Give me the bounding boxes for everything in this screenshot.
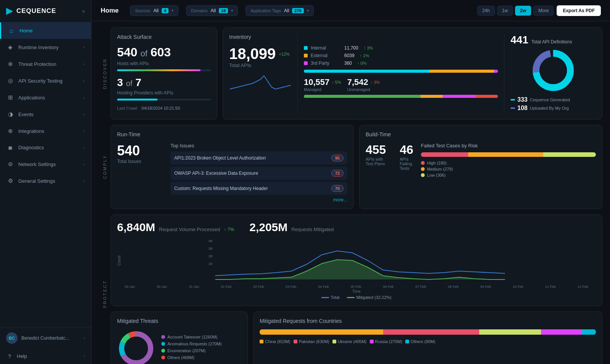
pakistan-seg [383, 329, 479, 335]
last-crawl-date: 04/18/2024 10:21:50 [141, 106, 180, 110]
svg-text:3B: 3B [209, 247, 213, 251]
sources-filter-btn[interactable]: Sources All 4 ▾ [130, 5, 178, 16]
nav-chevron-general-settings: › [83, 179, 84, 183]
sidebar-item-threat-protection[interactable]: ⊕ Threat Protection › [0, 56, 91, 72]
total-issues-num: 540 [117, 143, 163, 159]
more-issues-link[interactable]: more... [170, 197, 347, 203]
issue-count: 72 [331, 170, 344, 177]
help-item[interactable]: ? Help › [0, 348, 91, 364]
x-label-4: 02 Feb [253, 285, 264, 289]
protect-time-chart: 4B 3B 2B 1B [124, 238, 596, 283]
time-btn-more[interactable]: More [533, 6, 554, 16]
apis-failing-label: APIs Failing Tests [400, 157, 413, 171]
hosting-num: 3 [117, 77, 123, 89]
sidebar-item-applications[interactable]: ⊞ Applications › [0, 89, 91, 106]
inv-dot [304, 46, 308, 50]
nav-icon-network-settings: ⊜ [7, 161, 14, 168]
apis-failing-tests: 46 APIs Failing Tests [400, 143, 413, 179]
sources-chevron-icon: ▾ [172, 8, 173, 13]
sidebar-item-api-security-testing[interactable]: ◎ API Security Testing › [0, 72, 91, 89]
sidebar-item-events[interactable]: ◑ Events › [0, 106, 91, 123]
time-btn-2w[interactable]: 2w [515, 6, 531, 16]
app-tags-chevron-icon: ▾ [307, 8, 309, 13]
export-pdf-button[interactable]: Export As PDF [557, 5, 601, 16]
nav-icon-runtime-inventory: ◈ [7, 44, 14, 51]
x-label-5: 03 Feb [286, 285, 296, 289]
nav-chevron-network-settings: › [83, 162, 84, 166]
sidebar-item-runtime-inventory[interactable]: ◈ Runtime Inventory › [0, 39, 91, 56]
russia-seg [541, 329, 582, 335]
countries-bar [260, 329, 596, 335]
sidebar-collapse-icon[interactable]: « [82, 8, 85, 14]
inv-category-external: External 6039 ↑ 1% [304, 53, 498, 58]
cequence-generated-legend: 333 Cequence Generated [510, 96, 570, 103]
inventory-title: Inventory [229, 34, 291, 40]
inventory-trend-chart [229, 68, 291, 95]
nav-icon-api-security-testing: ◎ [7, 77, 14, 84]
app-tags-filter-btn[interactable]: Application Tags All 270 ▾ [246, 5, 314, 16]
nav-chevron-diagnostics: › [83, 145, 84, 150]
apis-test-plans-num: 455 [366, 143, 386, 157]
legend-mitigated-line [347, 297, 355, 298]
threat-label: Others (468M) [167, 355, 194, 360]
inv-cat-name: 3rd Party [311, 61, 341, 66]
sidebar-item-home[interactable]: ⌂ Home [0, 22, 91, 39]
sources-filter: Sources All 4 ▾ [130, 5, 178, 16]
total-apis: 18,099 [229, 45, 276, 62]
others-seg [582, 329, 596, 335]
nav-icon-threat-protection: ⊕ [7, 61, 14, 67]
x-label-7: 05 Feb [350, 285, 361, 289]
countries-title: Mitigated Requests from Countries [260, 318, 596, 324]
nav-icon-general-settings: ⚙ [7, 177, 14, 184]
nav-label-diagnostics: Diagnostics [18, 145, 79, 150]
domains-filter: Domains All 18 ▾ [186, 5, 238, 16]
domains-filter-btn[interactable]: Domains All 18 ▾ [186, 5, 238, 16]
sidebar-item-network-settings[interactable]: ⊜ Network Settings › [0, 156, 91, 172]
hosts-progress [117, 69, 211, 71]
request-volume-label: Request Volume Processed [159, 227, 220, 232]
time-btn-24h[interactable]: 24h [477, 6, 495, 16]
svg-text:2B: 2B [209, 254, 213, 258]
mitigated-countries-card: Mitigated Requests from Countries China … [253, 311, 602, 364]
svg-point-2 [539, 57, 567, 84]
buildtime-title: Build-Time [366, 131, 596, 137]
country-item: Pakistan (630M) [294, 339, 329, 344]
legend-total-line [321, 297, 329, 298]
issue-count: 70 [331, 185, 344, 192]
user-profile[interactable]: BC Benedict Cumberbatc... › [0, 328, 91, 348]
risk-dot [421, 161, 425, 165]
cequence-generated-count: 333 [517, 96, 528, 103]
inv-category-internal: Internal 11,700 ↑ 3% [304, 45, 498, 51]
user-name: Benedict Cumberbatc... [21, 335, 80, 341]
risk-high-seg [421, 152, 468, 157]
managed-label: Managed [304, 87, 341, 92]
inv-cat-trend: ↑ 1% [360, 53, 369, 58]
sidebar-item-integrations[interactable]: ⊗ Integrations › [0, 123, 91, 139]
time-btn-1w[interactable]: 1w [497, 6, 513, 16]
page-title: Home [101, 7, 119, 14]
inv-cat-value: 6039 [344, 53, 355, 58]
nav-chevron-threat-protection: › [83, 62, 84, 66]
svg-marker-7 [215, 260, 505, 279]
unmanaged-label: Unmanaged [347, 87, 380, 92]
comply-label: Comply [99, 125, 111, 209]
risk-label: Medium (279) [427, 167, 453, 171]
threat-label: Enumeration (207M) [167, 348, 205, 353]
sidebar-item-diagnostics[interactable]: ◙ Diagnostics › [0, 139, 91, 156]
unmanaged-trend: ↑ 3% [371, 80, 380, 85]
sidebar-item-general-settings[interactable]: ⚙ General Settings › [0, 172, 91, 189]
risk-legend: High (180) Medium (279) Low (306) [421, 161, 596, 177]
app-tags-filter-label: Application Tags [250, 8, 281, 13]
inventory-categories: Internal 11,700 ↑ 3% External 6039 ↑ 1% … [304, 45, 498, 66]
sources-filter-value: All [154, 8, 159, 13]
discover-section: Discover Attack Surface 540 of 603 Hosts… [99, 27, 602, 120]
request-trend: ↑ 7% [224, 227, 234, 232]
api-defs-donut-chart [530, 48, 576, 93]
user-chevron-icon: › [84, 336, 85, 340]
unmanaged-num: 7,542 [347, 77, 368, 87]
uploaded-by-org-dot [510, 107, 515, 109]
issue-name: Custom: Requests Missing Mandatory Heade… [174, 186, 328, 191]
inv-category-3rd-party: 3rd Party 360 ↑ 0% [304, 61, 498, 66]
topbar-right: 24h1w2wMore Export As PDF [477, 5, 601, 16]
hosts-total: 603 [151, 45, 171, 59]
